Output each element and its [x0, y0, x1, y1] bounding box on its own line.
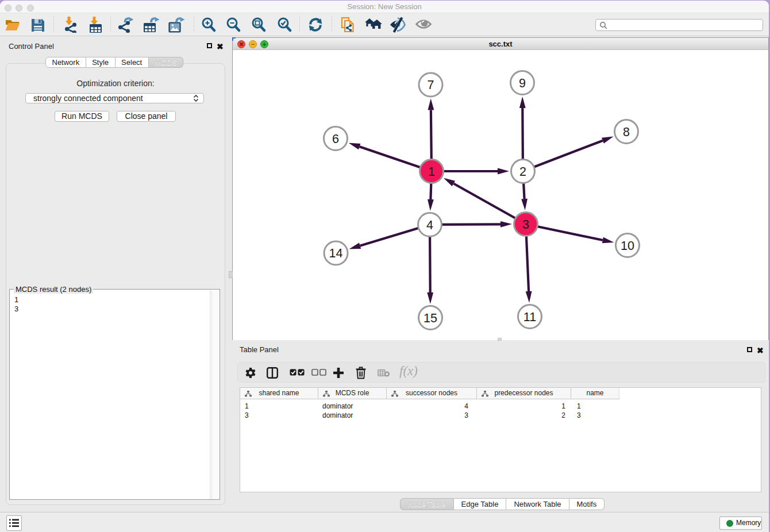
svg-text:6: 6 [332, 132, 339, 146]
svg-text:10: 10 [621, 239, 634, 253]
svg-text:9: 9 [519, 76, 526, 90]
svg-text:15: 15 [424, 311, 437, 325]
svg-text:4: 4 [426, 218, 433, 232]
svg-text:8: 8 [623, 125, 630, 139]
svg-text:2: 2 [519, 165, 526, 179]
svg-text:3: 3 [522, 218, 529, 232]
svg-text:7: 7 [428, 78, 434, 92]
svg-text:1: 1 [428, 165, 435, 179]
svg-text:11: 11 [523, 310, 536, 324]
svg-text:14: 14 [329, 246, 343, 260]
